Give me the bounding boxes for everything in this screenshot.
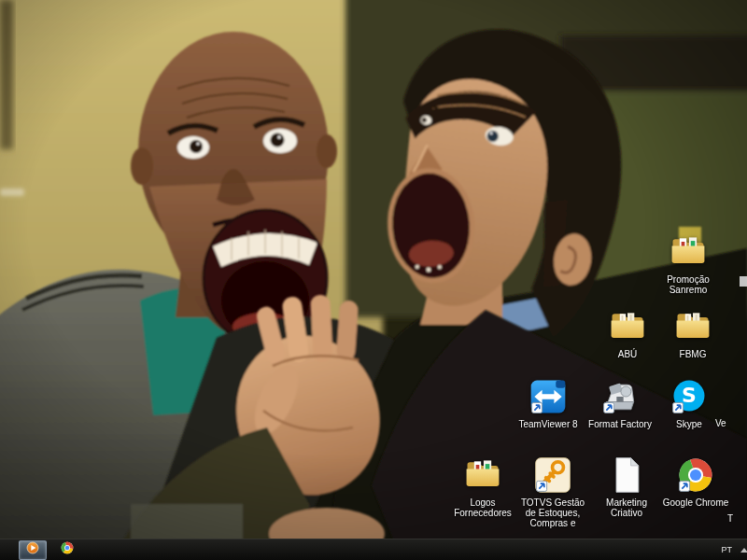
- chromeSmall-icon: [60, 540, 75, 559]
- teamviewer-icon: [528, 376, 569, 417]
- folderDocs-icon: [462, 455, 503, 496]
- desktop-icon-label: TOTVS Gestão de Estoques, Compras e: [518, 497, 587, 528]
- taskbar-chrome-button[interactable]: [54, 541, 80, 559]
- formatfactory-icon: [599, 376, 641, 417]
- desktop-icon-totvs[interactable]: TOTVS Gestão de Estoques, Compras e: [518, 455, 587, 528]
- desktop-icon-format-factory[interactable]: Format Factory: [585, 376, 655, 429]
- desktop[interactable]: Promoção SanremoABÚFBMGTeamViewer 8Forma…: [0, 0, 747, 560]
- desktop-icon-label: TeamViewer 8: [518, 419, 577, 429]
- desktop-icon-label: Skype: [676, 419, 702, 429]
- desktop-icon-promocao-sanremo[interactable]: Promoção Sanremo: [654, 231, 723, 295]
- folder-icon: [607, 306, 648, 347]
- desktop-icon-abu[interactable]: ABÚ: [593, 306, 662, 359]
- taskbar-media-player-button[interactable]: [19, 540, 47, 560]
- desktop-icon-label: Google Chrome: [663, 497, 729, 508]
- desktop-icons: Promoção SanremoABÚFBMGTeamViewer 8Forma…: [0, 0, 747, 539]
- desktop-icon-google-chrome[interactable]: Google Chrome: [661, 455, 730, 508]
- desktop-icon-label: Format Factory: [588, 419, 652, 429]
- taskbar-buttons: [0, 539, 84, 560]
- tray-arrow-icon[interactable]: [740, 548, 747, 553]
- folderDocs-icon: [668, 231, 709, 273]
- totvs-icon: [532, 455, 573, 496]
- folder-icon: [672, 306, 713, 347]
- chrome-icon: [675, 455, 716, 496]
- desktop-icon-marketing-criativo[interactable]: Marketing Criativo: [592, 455, 661, 518]
- desktop-icon-teamviewer[interactable]: TeamViewer 8: [514, 376, 583, 429]
- taskbar: PT: [0, 539, 747, 560]
- document-icon: [606, 455, 647, 496]
- desktop-icon-label: Promoção Sanremo: [654, 274, 723, 295]
- desktop-icon-logos-fornecedores[interactable]: Logos Fornecedores: [448, 455, 517, 518]
- desktop-icon-fbmg[interactable]: FBMG: [658, 306, 727, 359]
- mediaplayer-icon: [25, 540, 40, 559]
- desktop-icon-label: FBMG: [680, 349, 707, 359]
- desktop-icon-label: ABÚ: [618, 349, 638, 359]
- desktop-icon-label: Marketing Criativo: [592, 497, 661, 518]
- edge-icon-label-fragment-2[interactable]: T: [727, 513, 733, 524]
- desktop-icon-label: Logos Fornecedores: [448, 497, 517, 518]
- system-tray: PT: [718, 539, 745, 560]
- language-indicator[interactable]: PT: [718, 543, 735, 556]
- skype-icon: S: [669, 376, 710, 417]
- desktop-icon-skype[interactable]: SSkype: [655, 376, 724, 429]
- edge-icon-label-fragment-1[interactable]: Ve: [715, 418, 726, 428]
